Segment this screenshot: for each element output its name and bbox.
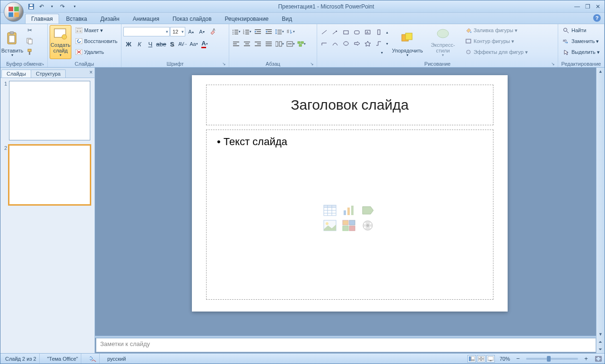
next-slide-icon[interactable]: ⏷ — [596, 346, 605, 353]
slide-thumbnail-1[interactable] — [9, 81, 90, 140]
tab-view[interactable]: Вид — [276, 14, 298, 24]
view-normal-icon[interactable] — [467, 355, 476, 363]
find-button[interactable]: Найти — [560, 25, 602, 35]
shape-textbox-icon[interactable]: A — [363, 27, 373, 37]
change-case-button[interactable]: Aa▾ — [189, 39, 199, 49]
replace-button[interactable]: abЗаменить ▾ — [560, 36, 602, 46]
layout-button[interactable]: Макет ▾ — [73, 25, 120, 35]
grow-font-button[interactable]: A▴ — [186, 26, 196, 37]
strike-button[interactable]: abe — [156, 39, 166, 49]
zoom-level[interactable]: 70% — [500, 356, 510, 362]
justify-button[interactable] — [264, 39, 274, 49]
shape-fill-button[interactable]: Заливка фигуры ▾ — [462, 25, 530, 35]
shape-line-icon[interactable] — [319, 27, 329, 37]
scroll-up-icon[interactable]: ▲ — [596, 68, 605, 75]
help-button[interactable]: ? — [593, 14, 601, 22]
zoom-out-button[interactable]: − — [515, 354, 521, 364]
undo-icon[interactable]: ↶ — [37, 2, 46, 11]
format-painter-button[interactable] — [24, 47, 36, 57]
shapes-more-icon[interactable]: ▾ — [319, 50, 384, 55]
shape-arrowright-icon[interactable] — [352, 38, 362, 49]
underline-button[interactable]: Ч — [145, 39, 156, 49]
shape-connector-icon[interactable] — [373, 38, 384, 49]
redo-icon[interactable]: ↷ — [58, 2, 67, 11]
shape-elbow-icon[interactable] — [319, 38, 329, 49]
tab-design[interactable]: Дизайн — [94, 14, 125, 24]
shape-star-icon[interactable] — [363, 38, 373, 49]
char-spacing-button[interactable]: AV↔ — [178, 39, 188, 49]
office-button[interactable] — [4, 2, 24, 22]
font-size-combo[interactable]: 12 — [170, 27, 185, 36]
align-right-button[interactable] — [253, 39, 263, 49]
tab-outline[interactable]: Структура — [31, 69, 66, 78]
align-left-button[interactable] — [231, 39, 242, 49]
new-slide-button[interactable]: Создать слайд▾ — [50, 25, 71, 59]
insert-media-icon[interactable] — [361, 219, 375, 232]
font-launcher-icon[interactable]: ↘ — [221, 61, 227, 67]
shape-vtext-icon[interactable] — [373, 27, 384, 37]
clipboard-launcher-icon[interactable]: ↘ — [40, 61, 45, 67]
title-placeholder[interactable]: Заголовок слайда — [206, 85, 493, 125]
insert-chart-icon[interactable] — [342, 204, 356, 217]
insert-clipart-icon[interactable] — [342, 219, 356, 232]
tab-home[interactable]: Главная — [25, 14, 59, 24]
zoom-slider[interactable] — [526, 358, 578, 360]
increase-indent-button[interactable] — [264, 26, 274, 37]
fit-window-button[interactable] — [594, 354, 603, 364]
status-slide[interactable]: Слайд 2 из 2 — [2, 354, 40, 364]
arrange-button[interactable]: Упорядочить▾ — [391, 25, 424, 59]
insert-smartart-icon[interactable] — [361, 204, 375, 217]
line-spacing-button[interactable]: ▾ — [275, 26, 285, 37]
tab-insert[interactable]: Вставка — [60, 14, 94, 24]
columns-button[interactable]: ▾ — [275, 39, 285, 49]
prev-slide-icon[interactable]: ⏶ — [596, 338, 605, 346]
tab-review[interactable]: Рецензирование — [219, 14, 275, 24]
align-center-button[interactable] — [242, 39, 252, 49]
italic-button[interactable]: К — [134, 39, 145, 49]
shadow-button[interactable]: S — [167, 39, 177, 49]
tab-slides[interactable]: Слайды — [1, 69, 31, 78]
shapes-gallery[interactable]: A ▴ ▾ ▾ — [319, 25, 390, 55]
vertical-scrollbar[interactable]: ▲ ▼ ⏶ ⏷ — [596, 68, 605, 353]
close-button[interactable]: ✕ — [594, 3, 602, 10]
maximize-button[interactable]: ❐ — [584, 3, 591, 10]
font-color-button[interactable]: A▾ — [199, 39, 210, 49]
numbering-button[interactable]: 123▾ — [242, 26, 252, 37]
notes-pane[interactable]: Заметки к слайду — [96, 338, 596, 352]
shapes-down-icon[interactable]: ▾ — [384, 38, 390, 49]
paragraph-launcher-icon[interactable]: ↘ — [309, 61, 315, 67]
qat-customize-icon[interactable]: ▾ — [70, 2, 79, 11]
tab-slideshow[interactable]: Показ слайдов — [166, 14, 218, 24]
slide-thumbnail-2[interactable] — [9, 145, 90, 205]
decrease-indent-button[interactable] — [253, 26, 263, 37]
delete-slide-button[interactable]: Удалить — [73, 47, 120, 57]
tab-animation[interactable]: Анимация — [127, 14, 165, 24]
content-placeholder[interactable]: Текст слайда — [206, 130, 493, 300]
panel-close-icon[interactable]: × — [89, 69, 93, 76]
shapes-up-icon[interactable]: ▴ — [384, 27, 390, 37]
text-direction-button[interactable]: lî▾ — [285, 26, 296, 37]
shape-outline-button[interactable]: Контур фигуры ▾ — [462, 36, 530, 46]
status-spellcheck[interactable] — [86, 354, 100, 364]
cut-button[interactable]: ✂ — [24, 25, 36, 35]
paste-button[interactable]: Вставить ▾ — [2, 25, 22, 59]
undo-dropdown-icon[interactable]: ▾ — [48, 2, 56, 11]
shape-oval-icon[interactable] — [341, 38, 351, 49]
shape-rect-icon[interactable] — [341, 27, 351, 37]
shape-curve-icon[interactable] — [330, 38, 340, 49]
copy-button[interactable] — [24, 36, 36, 46]
bold-button[interactable]: Ж — [123, 39, 134, 49]
select-button[interactable]: Выделить ▾ — [560, 47, 602, 57]
slide[interactable]: Заголовок слайда Текст слайда — [192, 75, 508, 312]
view-slideshow-icon[interactable] — [486, 355, 495, 363]
bullets-button[interactable]: ▾ — [231, 26, 242, 37]
shrink-font-button[interactable]: A▾ — [197, 26, 207, 37]
save-icon[interactable] — [27, 2, 35, 11]
shape-effects-button[interactable]: Эффекты для фигур ▾ — [462, 47, 530, 57]
insert-picture-icon[interactable] — [323, 219, 337, 232]
status-language[interactable]: русский — [104, 354, 129, 364]
minimize-button[interactable]: — — [573, 3, 581, 10]
insert-table-icon[interactable] — [323, 204, 337, 217]
view-sorter-icon[interactable] — [477, 355, 485, 363]
status-theme[interactable]: "Тема Office" — [44, 354, 81, 364]
